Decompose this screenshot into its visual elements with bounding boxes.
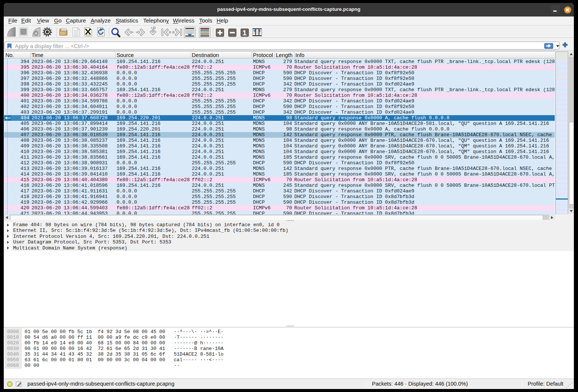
svg-text:0111: 0111 xyxy=(74,34,78,36)
